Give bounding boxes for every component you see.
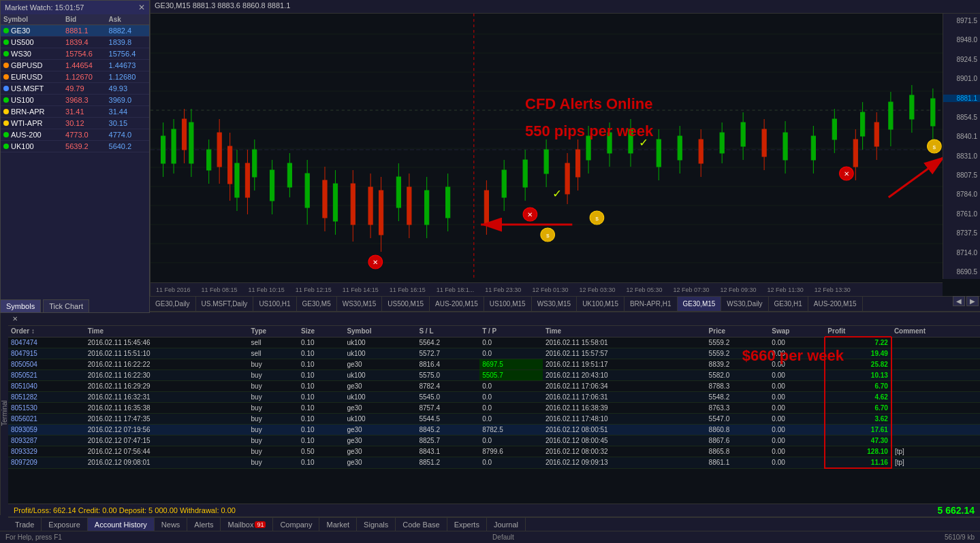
- svg-rect-60: [544, 150, 548, 174]
- cell-sl: 8851.2: [416, 457, 479, 469]
- market-watch-row[interactable]: EURUSD 1.12670 1.12680: [1, 71, 149, 83]
- cell-size: 0.10: [298, 381, 344, 392]
- svg-rect-90: [832, 119, 836, 139]
- svg-rect-63: [586, 136, 590, 160]
- th-tp: T / P: [479, 326, 543, 337]
- table-row[interactable]: 8093329 2016.02.12 07:56:44 buy 0.50 ge3…: [8, 446, 980, 457]
- ask-cell: 3969.0: [106, 95, 149, 106]
- table-row[interactable]: 8050521 2016.02.11 16:22:30 buy 0.10 uk1…: [8, 370, 980, 381]
- cell-symbol: uk100: [344, 370, 416, 381]
- bottom-tab-exposure[interactable]: Exposure: [42, 518, 87, 531]
- nav-left-arrow[interactable]: ◀: [953, 296, 965, 306]
- symbol-tab[interactable]: US100,M15: [484, 297, 532, 311]
- bottom-tab-company[interactable]: Company: [273, 518, 319, 531]
- cell-order: 8051040: [8, 381, 85, 392]
- symbol-tab[interactable]: GE30,Daily: [150, 297, 196, 311]
- market-watch-row[interactable]: WS30 15754.6 15756.4: [1, 48, 149, 60]
- symbol-cell: GE30: [1, 25, 63, 37]
- terminal-close-icon[interactable]: ✕: [8, 314, 22, 324]
- market-watch-row[interactable]: UK100 5639.2 5640.2: [1, 141, 149, 152]
- market-watch-row[interactable]: BRN-APR 31.41 31.44: [1, 106, 149, 118]
- svg-rect-111: [182, 119, 186, 150]
- table-row[interactable]: 8051282 2016.02.11 16:32:31 buy 0.10 uk1…: [8, 392, 980, 403]
- candlestick-chart: ✕ ✕ $ $ ✓ ✓ ✕ $: [151, 14, 980, 279]
- symbol-tab[interactable]: WS30,M15: [532, 297, 577, 311]
- time-label: 11 Feb 14:15: [343, 286, 379, 293]
- market-watch-row[interactable]: WTI-APR 30.12 30.15: [1, 118, 149, 129]
- table-row[interactable]: 8051530 2016.02.11 16:35:38 buy 0.10 ge3…: [8, 403, 980, 414]
- svg-rect-141: [565, 163, 569, 194]
- th-closetime: Time: [543, 326, 706, 337]
- symbol-tab[interactable]: WS30,Daily: [721, 297, 768, 311]
- bottom-tab-news[interactable]: News: [155, 518, 188, 531]
- market-watch-row[interactable]: GBPUSD 1.44654 1.44673: [1, 60, 149, 71]
- bottom-tab-trade[interactable]: Trade: [8, 518, 42, 531]
- cell-sl: 8845.2: [416, 425, 479, 435]
- market-watch-close-button[interactable]: ✕: [138, 3, 145, 12]
- cell-tp: 0.0: [479, 337, 543, 348]
- svg-rect-147: [699, 139, 703, 163]
- bottom-tab-journal[interactable]: Journal: [487, 518, 526, 531]
- cell-price: 5547.0: [706, 414, 770, 425]
- terminal-vertical-label: Terminal: [0, 311, 8, 515]
- symbol-tab[interactable]: WS30,M15: [337, 297, 382, 311]
- cell-price: 8788.3: [706, 381, 770, 392]
- table-row[interactable]: 8056021 2016.02.11 17:47:35 buy 0.10 uk1…: [8, 414, 980, 425]
- symbol-tab[interactable]: US.MSFT,Daily: [196, 297, 254, 311]
- total-profit-value: 5 662.14: [938, 505, 975, 516]
- market-watch-row[interactable]: GE30 8881.1 8882.4: [1, 25, 149, 37]
- symbol-tab[interactable]: GE30,H1: [769, 297, 808, 311]
- bottom-tab-alerts[interactable]: Alerts: [187, 518, 221, 531]
- cell-time: 2016.02.11 16:22:30: [85, 370, 249, 381]
- cell-tp: 0.0: [479, 381, 543, 392]
- symbol-tab[interactable]: GE30,M5: [297, 297, 337, 311]
- table-row[interactable]: 8093059 2016.02.12 07:19:56 buy 0.10 ge3…: [8, 425, 980, 435]
- svg-rect-24: [207, 150, 211, 170]
- svg-rect-87: [811, 136, 815, 160]
- market-watch-row[interactable]: US500 1839.4 1839.8: [1, 37, 149, 48]
- symbol-tab[interactable]: AUS-200,M15: [430, 297, 484, 311]
- ask-cell: 5640.2: [106, 141, 149, 152]
- bid-cell: 15754.6: [63, 48, 106, 60]
- cell-time: 2016.02.11 16:29:29: [85, 381, 249, 392]
- bottom-tab-experts[interactable]: Experts: [447, 518, 487, 531]
- symbol-cell: EURUSD: [1, 71, 63, 83]
- symbol-tab[interactable]: US100,H1: [253, 297, 296, 311]
- cell-tp: 0.0: [479, 414, 543, 425]
- table-row[interactable]: 8093287 2016.02.12 07:47:15 buy 0.10 ge3…: [8, 435, 980, 446]
- svg-rect-33: [270, 170, 274, 201]
- ask-cell: 15756.4: [106, 48, 149, 60]
- cell-closetime: 2016.02.12 09:09:13: [543, 457, 706, 469]
- market-watch-row[interactable]: AUS-200 4773.0 4774.0: [1, 129, 149, 141]
- cell-tp: 0.0: [479, 403, 543, 414]
- status-help-text: For Help, press F1: [5, 533, 62, 541]
- ask-cell: 31.44: [106, 106, 149, 118]
- bottom-tab-market[interactable]: Market: [319, 518, 357, 531]
- ask-cell: 1.12680: [106, 71, 149, 83]
- svg-rect-30: [253, 150, 257, 177]
- nav-right-arrow[interactable]: ▶: [966, 296, 979, 306]
- market-watch-row[interactable]: US100 3968.3 3969.0: [1, 95, 149, 106]
- table-row[interactable]: 8051040 2016.02.11 16:29:29 buy 0.10 ge3…: [8, 381, 980, 392]
- nav-arrows[interactable]: ◀ ▶: [953, 296, 979, 306]
- market-watch-table: Symbol Bid Ask GE30 8881.1 8882.4 US500 …: [1, 14, 149, 152]
- bottom-tab-code-base[interactable]: Code Base: [396, 518, 447, 531]
- bottom-tab-signals[interactable]: Signals: [357, 518, 396, 531]
- bid-cell: 1.12670: [63, 71, 106, 83]
- symbol-tab[interactable]: GE30,M15: [678, 297, 722, 311]
- tab-symbols[interactable]: Symbols: [0, 299, 41, 313]
- symbol-tab[interactable]: AUS-200,M15: [808, 297, 863, 311]
- market-watch-row[interactable]: US.MSFT 49.79 49.93: [1, 83, 149, 95]
- ask-cell: 1.44673: [106, 60, 149, 71]
- table-row[interactable]: 8097209 2016.02.12 09:08:01 buy 0.10 ge3…: [8, 457, 980, 469]
- symbol-tab[interactable]: US500,M15: [382, 297, 430, 311]
- cell-sl: 8816.4: [416, 359, 479, 370]
- cell-profit: 4.62: [825, 392, 891, 403]
- chart-canvas[interactable]: ✕ ✕ $ $ ✓ ✓ ✕ $: [151, 14, 980, 279]
- symbol-tab[interactable]: UK100,M15: [577, 297, 625, 311]
- bottom-tab-mailbox[interactable]: Mailbox 91: [221, 518, 273, 531]
- bottom-tab-account-history[interactable]: Account History: [88, 518, 155, 531]
- symbol-tab[interactable]: BRN-APR,H1: [625, 297, 678, 311]
- cell-comment: [891, 370, 980, 381]
- tab-tick-chart[interactable]: Tick Chart: [43, 299, 89, 313]
